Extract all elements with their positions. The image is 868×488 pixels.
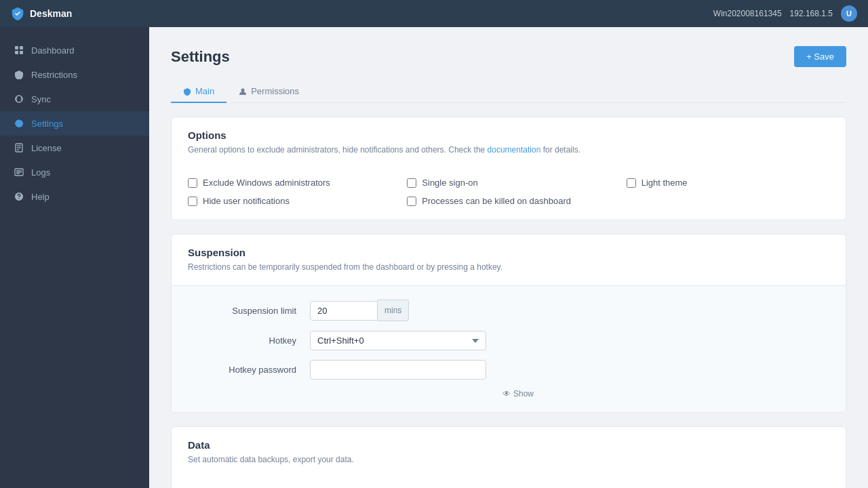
checkbox-hide-notifications[interactable]: Hide user notifications xyxy=(188,196,391,206)
options-desc: General options to exclude administrator… xyxy=(188,144,829,156)
hotkey-select[interactable]: Ctrl+Shift+0 Ctrl+Shift+1 Ctrl+Shift+2 xyxy=(310,331,486,350)
sidebar-label-sync: Sync xyxy=(31,94,51,104)
options-section: Options General options to exclude admin… xyxy=(171,117,846,220)
dashboard-icon xyxy=(14,45,24,56)
doc-link[interactable]: documentation xyxy=(488,145,541,155)
logs-icon xyxy=(14,167,24,178)
hide-notifications-input[interactable] xyxy=(188,197,197,206)
permissions-tab-icon xyxy=(239,87,247,96)
hotkey-label: Hotkey xyxy=(188,336,310,346)
sidebar-item-dashboard[interactable]: Dashboard xyxy=(0,38,149,62)
checkbox-single-sign-on[interactable]: Single sign-on xyxy=(407,178,610,188)
sidebar-item-logs[interactable]: Logs xyxy=(0,160,149,184)
suspension-limit-input[interactable] xyxy=(310,301,378,321)
exclude-admins-label: Exclude Windows administrators xyxy=(203,178,330,188)
data-section-desc: Set automatic data backups, export your … xyxy=(188,453,829,466)
sidebar-label-logs: Logs xyxy=(31,167,50,178)
checkbox-light-theme[interactable]: Light theme xyxy=(627,178,829,188)
page-header: Settings + Save xyxy=(171,46,846,67)
show-password-toggle[interactable]: 👁 Show xyxy=(502,389,829,399)
restrictions-icon xyxy=(14,69,24,80)
light-theme-input[interactable] xyxy=(627,178,636,188)
svg-rect-2 xyxy=(15,51,18,54)
hotkey-password-input[interactable] xyxy=(310,360,486,380)
kill-processes-input[interactable] xyxy=(407,197,416,206)
svg-rect-0 xyxy=(15,46,18,49)
sidebar-label-dashboard: Dashboard xyxy=(31,45,75,56)
options-title: Options xyxy=(188,129,829,141)
tab-main-label: Main xyxy=(195,86,214,96)
main-content: Settings + Save Main Permissions Options… xyxy=(149,27,868,488)
suspension-form: Suspension limit mins Hotkey Ctrl+Shift+… xyxy=(172,285,846,412)
svg-rect-1 xyxy=(20,46,23,49)
exclude-admins-input[interactable] xyxy=(188,178,197,188)
svg-point-12 xyxy=(241,88,245,92)
sidebar-item-sync[interactable]: Sync xyxy=(0,87,149,111)
hotkey-password-row: Hotkey password xyxy=(188,360,829,380)
save-button[interactable]: + Save xyxy=(794,46,846,67)
data-section-header: Data Set automatic data backups, export … xyxy=(172,427,846,478)
suspension-limit-row: Suspension limit mins xyxy=(188,300,829,321)
data-section-title: Data xyxy=(188,439,829,451)
page-title: Settings xyxy=(171,48,230,66)
sidebar-label-help: Help xyxy=(31,192,50,202)
suspension-header: Suspension Restrictions can be temporari… xyxy=(172,235,846,285)
sidebar: Dashboard Restrictions Sync Settings Lic… xyxy=(0,27,149,488)
eye-icon: 👁 xyxy=(502,389,511,399)
options-grid: Exclude Windows administrators Single si… xyxy=(172,168,846,220)
suspension-limit-unit: mins xyxy=(378,300,409,321)
hide-notifications-label: Hide user notifications xyxy=(203,196,290,206)
sidebar-label-restrictions: Restrictions xyxy=(31,70,77,80)
single-sign-on-input[interactable] xyxy=(407,178,416,188)
sidebar-label-settings: Settings xyxy=(31,119,63,129)
sidebar-item-restrictions[interactable]: Restrictions xyxy=(0,62,149,87)
suspension-limit-input-group: mins xyxy=(310,300,409,321)
light-theme-label: Light theme xyxy=(642,178,688,188)
avatar[interactable]: U xyxy=(841,5,857,22)
single-sign-on-label: Single sign-on xyxy=(422,178,477,188)
main-tab-icon xyxy=(183,87,191,96)
checkbox-exclude-admins[interactable]: Exclude Windows administrators xyxy=(188,178,391,188)
tab-permissions-label: Permissions xyxy=(251,86,299,96)
suspension-desc: Restrictions can be temporarily suspende… xyxy=(188,261,829,273)
sidebar-item-settings[interactable]: Settings xyxy=(0,111,149,136)
show-label: Show xyxy=(513,389,534,399)
hotkey-password-label: Hotkey password xyxy=(188,365,310,375)
sync-icon xyxy=(14,94,24,104)
suspension-section: Suspension Restrictions can be temporari… xyxy=(171,234,846,413)
tab-permissions[interactable]: Permissions xyxy=(226,81,311,103)
data-section: Data Set automatic data backups, export … xyxy=(171,426,846,488)
shield-icon xyxy=(11,7,24,20)
tab-main[interactable]: Main xyxy=(171,81,226,103)
sidebar-item-license[interactable]: License xyxy=(0,136,149,160)
checkbox-kill-processes[interactable]: Processes can be killed on dashboard xyxy=(407,196,610,206)
hotkey-row: Hotkey Ctrl+Shift+0 Ctrl+Shift+1 Ctrl+Sh… xyxy=(188,331,829,350)
ip-address: 192.168.1.5 xyxy=(790,9,833,18)
svg-rect-3 xyxy=(20,51,23,54)
settings-icon xyxy=(14,118,24,129)
layout: Dashboard Restrictions Sync Settings Lic… xyxy=(0,27,868,488)
topbar-right: Win202008161345 192.168.1.5 U xyxy=(713,5,857,22)
help-icon xyxy=(14,191,24,202)
tabs: Main Permissions xyxy=(171,81,846,103)
brand: Deskman xyxy=(11,7,72,20)
suspension-title: Suspension xyxy=(188,247,829,258)
sidebar-label-license: License xyxy=(31,143,62,153)
machine-name: Win202008161345 xyxy=(713,9,782,18)
kill-processes-label: Processes can be killed on dashboard xyxy=(422,196,571,206)
suspension-limit-label: Suspension limit xyxy=(188,306,310,316)
license-icon xyxy=(14,142,24,153)
sidebar-item-help[interactable]: Help xyxy=(0,184,149,209)
topbar: Deskman Win202008161345 192.168.1.5 U xyxy=(0,0,868,27)
brand-name: Deskman xyxy=(30,8,72,19)
options-header: Options General options to exclude admin… xyxy=(172,117,846,168)
